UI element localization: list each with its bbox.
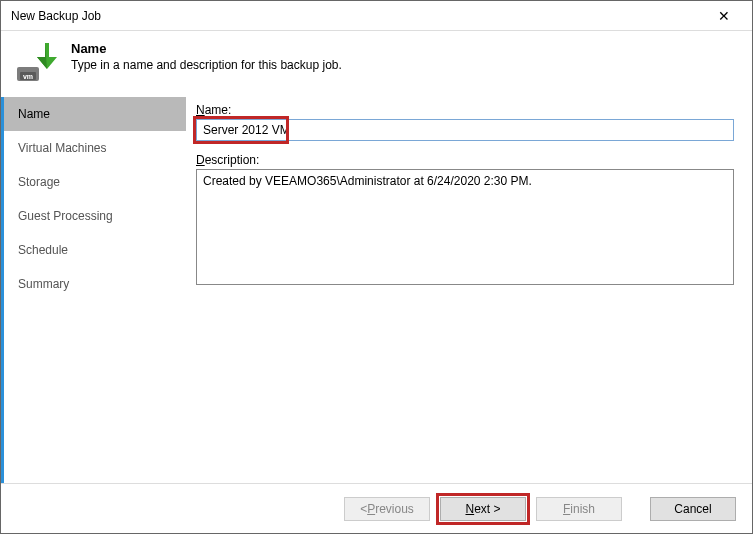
wizard-header-text: Name Type in a name and description for … <box>71 41 342 72</box>
titlebar: New Backup Job ✕ <box>1 1 752 31</box>
wizard-content: Name: Description: <box>186 97 752 483</box>
description-field-label: Description: <box>196 153 734 167</box>
previous-button: < Previous <box>344 497 430 521</box>
sidebar-item-storage[interactable]: Storage <box>4 165 186 199</box>
job-description-textarea[interactable] <box>196 169 734 285</box>
sidebar-item-label: Virtual Machines <box>18 141 107 155</box>
sidebar-item-guest-processing[interactable]: Guest Processing <box>4 199 186 233</box>
sidebar-item-virtual-machines[interactable]: Virtual Machines <box>4 131 186 165</box>
sidebar-item-label: Storage <box>18 175 60 189</box>
job-name-input[interactable] <box>196 119 734 141</box>
sidebar-item-summary[interactable]: Summary <box>4 267 186 301</box>
name-field-row <box>196 119 734 141</box>
svg-text:vm: vm <box>23 73 33 80</box>
wizard-body: Name Virtual Machines Storage Guest Proc… <box>1 97 752 483</box>
sidebar-item-label: Name <box>18 107 50 121</box>
wizard-window: New Backup Job ✕ vm Name Type in a name … <box>0 0 753 534</box>
wizard-sidebar: Name Virtual Machines Storage Guest Proc… <box>1 97 186 483</box>
close-button[interactable]: ✕ <box>704 2 744 30</box>
sidebar-item-schedule[interactable]: Schedule <box>4 233 186 267</box>
close-icon: ✕ <box>718 8 730 24</box>
next-button-wrap: Next > <box>440 497 526 521</box>
sidebar-item-label: Schedule <box>18 243 68 257</box>
sidebar-item-label: Summary <box>18 277 69 291</box>
wizard-header: vm Name Type in a name and description f… <box>1 31 752 97</box>
sidebar-item-name[interactable]: Name <box>4 97 186 131</box>
window-title: New Backup Job <box>11 9 101 23</box>
next-button[interactable]: Next > <box>440 497 526 521</box>
vm-backup-icon: vm <box>15 41 59 85</box>
name-field-label: Name: <box>196 103 734 117</box>
cancel-button[interactable]: Cancel <box>650 497 736 521</box>
sidebar-item-label: Guest Processing <box>18 209 113 223</box>
step-description: Type in a name and description for this … <box>71 58 342 72</box>
finish-button: Finish <box>536 497 622 521</box>
step-title: Name <box>71 41 342 56</box>
wizard-footer: < Previous Next > Finish Cancel <box>1 483 752 533</box>
